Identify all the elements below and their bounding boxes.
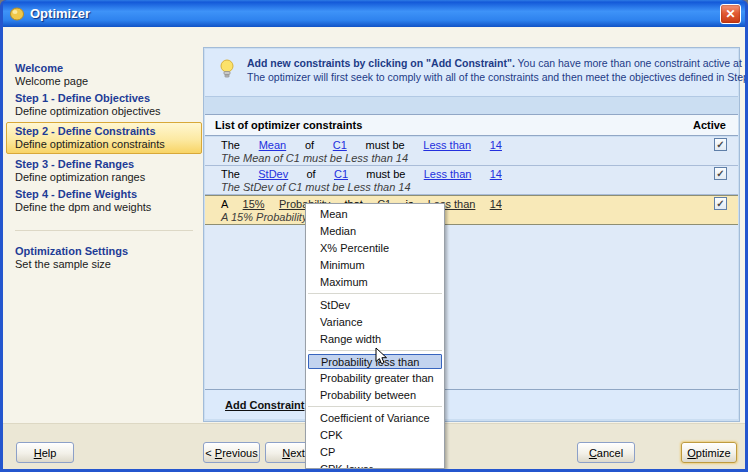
app-icon bbox=[9, 6, 25, 22]
constraints-list: TheMeanofC1must beLess than14✓The Mean o… bbox=[205, 137, 738, 389]
sidebar-item-subtitle: Set the sample size bbox=[15, 258, 193, 271]
menu-item[interactable]: Minimum bbox=[306, 257, 444, 274]
sidebar-item-subtitle: Welcome page bbox=[15, 75, 193, 88]
constraints-list-header: List of optimizer constraints Active bbox=[205, 114, 738, 136]
wizard-sidebar: WelcomeWelcome pageStep 1 - Define Objec… bbox=[13, 55, 195, 275]
menu-item[interactable]: Variance bbox=[306, 314, 444, 331]
sidebar-item[interactable]: Optimization SettingsSet the sample size bbox=[13, 245, 195, 271]
add-constraint-bar: Add Constraint bbox=[205, 389, 738, 419]
active-checkbox[interactable]: ✓ bbox=[714, 197, 727, 210]
sidebar-item[interactable]: Step 1 - Define ObjectivesDefine optimiz… bbox=[13, 92, 195, 118]
constraint-param-link[interactable]: Less than bbox=[423, 138, 471, 153]
constraint-summary: A 15% Probability that C1 is Less than 1… bbox=[205, 211, 738, 224]
active-checkbox[interactable]: ✓ bbox=[714, 138, 727, 151]
constraint-summary: The StDev of C1 must be Less than 14 bbox=[205, 181, 738, 194]
window-title: Optimizer bbox=[30, 6, 715, 21]
sidebar-item-title: Step 2 - Define Constraints bbox=[15, 125, 193, 138]
constraint-word: The bbox=[221, 167, 240, 182]
sidebar-item-title: Step 3 - Define Ranges bbox=[15, 158, 193, 171]
info-line2: The optimizer will first seek to comply … bbox=[247, 70, 745, 84]
sidebar-item-title: Optimization Settings bbox=[15, 245, 193, 258]
constraint-param-link[interactable]: 14 bbox=[490, 167, 502, 182]
constraint-param-link[interactable]: C1 bbox=[334, 167, 348, 182]
menu-item[interactable]: Mean bbox=[306, 206, 444, 223]
titlebar[interactable]: Optimizer ✕ bbox=[3, 0, 745, 27]
constraint-word: The bbox=[221, 138, 240, 153]
sidebar-item[interactable]: Step 3 - Define RangesDefine optimizatio… bbox=[13, 158, 195, 184]
constraints-panel: Add new constraints by clicking on "Add … bbox=[203, 47, 740, 422]
close-button[interactable]: ✕ bbox=[720, 4, 741, 24]
menu-item[interactable]: Median bbox=[306, 223, 444, 240]
constraint-row[interactable]: TheStDevofC1must beLess than14✓The StDev… bbox=[205, 166, 738, 195]
menu-item[interactable]: Probability less than bbox=[308, 354, 442, 369]
constraint-word: A bbox=[221, 197, 228, 212]
menu-item[interactable]: X% Percentile bbox=[306, 240, 444, 257]
constraint-word: of bbox=[305, 138, 314, 153]
optimize-button[interactable]: Optimize bbox=[681, 442, 737, 463]
menu-item[interactable]: Range width bbox=[306, 331, 444, 348]
constraint-word: must be bbox=[366, 138, 405, 153]
constraint-param-link[interactable]: C1 bbox=[333, 138, 347, 153]
sidebar-item[interactable]: WelcomeWelcome page bbox=[13, 62, 195, 88]
menu-item[interactable]: Probability between bbox=[306, 387, 444, 404]
menu-item[interactable]: Coefficient of Variance bbox=[306, 410, 444, 427]
constraint-param-link[interactable]: 14 bbox=[490, 197, 502, 212]
menu-item[interactable]: StDev bbox=[306, 297, 444, 314]
sidebar-item-subtitle: Define optimization objectives bbox=[15, 105, 193, 118]
menu-item[interactable]: CPK bbox=[306, 427, 444, 444]
list-header-title: List of optimizer constraints bbox=[205, 119, 693, 131]
menu-item[interactable]: CP bbox=[306, 444, 444, 461]
constraint-summary: The Mean of C1 must be Less than 14 bbox=[205, 152, 738, 165]
close-icon: ✕ bbox=[725, 7, 735, 21]
previous-button[interactable]: < Previous bbox=[203, 442, 260, 463]
constraint-row[interactable]: A15%ProbabilitythatC1isLess than14✓A 15%… bbox=[205, 195, 738, 225]
add-constraint-button[interactable]: Add Constraint bbox=[225, 399, 304, 411]
sidebar-divider bbox=[15, 230, 193, 231]
statistic-context-menu: MeanMedianX% PercentileMinimumMaximumStD… bbox=[305, 203, 445, 469]
sidebar-item-subtitle: Define optimization constraints bbox=[15, 138, 193, 151]
sidebar-item-title: Welcome bbox=[15, 62, 193, 75]
menu-separator bbox=[308, 350, 442, 351]
active-checkbox[interactable]: ✓ bbox=[714, 167, 727, 180]
menu-item[interactable]: Maximum bbox=[306, 274, 444, 291]
constraint-word: must be bbox=[366, 167, 405, 182]
constraint-row[interactable]: TheMeanofC1must beLess than14✓The Mean o… bbox=[205, 137, 738, 166]
menu-item[interactable]: CPK-lower bbox=[306, 461, 444, 469]
menu-item[interactable]: Probability greater than bbox=[306, 370, 444, 387]
constraint-param-link[interactable]: Mean bbox=[259, 138, 287, 153]
dialog-content: WelcomeWelcome pageStep 1 - Define Objec… bbox=[3, 27, 745, 469]
menu-separator bbox=[308, 293, 442, 294]
constraint-param-link[interactable]: 15% bbox=[243, 197, 265, 212]
lightbulb-icon bbox=[217, 58, 237, 84]
sidebar-item-title: Step 4 - Define Weights bbox=[15, 188, 193, 201]
info-box: Add new constraints by clicking on "Add … bbox=[205, 49, 738, 97]
active-column-header: Active bbox=[693, 119, 738, 131]
sidebar-item-subtitle: Define the dpm and weights bbox=[15, 201, 193, 214]
info-text: Add new constraints by clicking on "Add … bbox=[247, 56, 745, 84]
sidebar-item-subtitle: Define optimization ranges bbox=[15, 171, 193, 184]
cancel-button[interactable]: Cancel bbox=[577, 442, 635, 463]
help-button[interactable]: Help bbox=[16, 442, 74, 463]
constraint-param-link[interactable]: StDev bbox=[258, 167, 288, 182]
constraint-param-link[interactable]: Less than bbox=[424, 167, 472, 182]
info-bold-text: Add new constraints by clicking on "Add … bbox=[247, 57, 515, 69]
sidebar-item[interactable]: Step 2 - Define ConstraintsDefine optimi… bbox=[6, 122, 202, 154]
sidebar-item[interactable]: Step 4 - Define WeightsDefine the dpm an… bbox=[13, 188, 195, 214]
info-rest-text: You can have more than one constraint ac… bbox=[515, 57, 745, 69]
menu-separator bbox=[308, 406, 442, 407]
constraint-param-link[interactable]: 14 bbox=[490, 138, 502, 153]
sidebar-item-title: Step 1 - Define Objectives bbox=[15, 92, 193, 105]
optimizer-window: Optimizer ✕ WelcomeWelcome pageStep 1 - … bbox=[0, 0, 748, 472]
constraint-word: of bbox=[307, 167, 316, 182]
